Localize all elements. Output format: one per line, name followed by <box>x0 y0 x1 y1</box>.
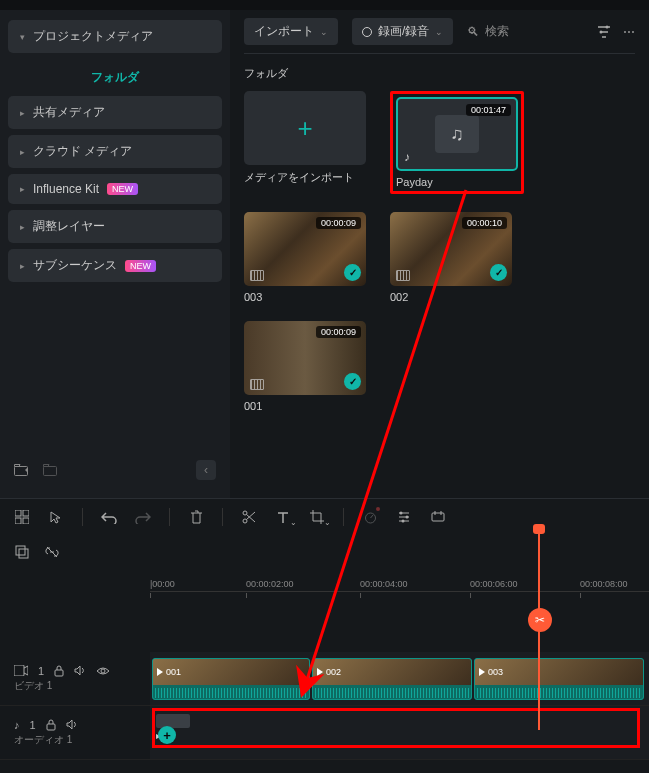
playhead-scissors-icon[interactable]: ✂ <box>528 608 552 632</box>
media-card-002[interactable]: 00:00:10 ✓ 002 <box>390 212 512 303</box>
svg-rect-14 <box>432 513 444 521</box>
sidebar-item-label: Influence Kit <box>33 182 99 196</box>
video-icon <box>396 270 410 281</box>
mute-icon[interactable] <box>66 719 78 730</box>
unlink-icon[interactable] <box>44 544 60 560</box>
audio-track-icon: ♪ <box>14 719 20 731</box>
sidebar-item-label: 共有メディア <box>33 104 105 121</box>
ruler-tick: 00:00:06:00 <box>470 579 518 589</box>
sidebar-item-cloud[interactable]: ▸ クラウド メディア <box>8 135 222 168</box>
media-card-payday[interactable]: 00:01:47 ♫ ♪ Payday <box>396 97 518 188</box>
svg-rect-7 <box>23 518 29 524</box>
sidebar-item-label: サブシーケンス <box>33 257 117 274</box>
play-icon <box>157 668 163 676</box>
search-box[interactable]: 🔍︎ 検索 <box>467 23 509 40</box>
svg-point-13 <box>402 519 405 522</box>
annotation-highlight <box>152 708 640 748</box>
grid-icon[interactable] <box>14 509 30 525</box>
lock-icon[interactable] <box>46 719 56 731</box>
track-number: 1 <box>38 665 44 677</box>
collapse-sidebar-button[interactable]: ‹ <box>196 460 216 480</box>
media-card-label: 003 <box>244 286 366 303</box>
duration-badge: 00:00:09 <box>316 326 361 338</box>
search-placeholder: 検索 <box>485 23 509 40</box>
import-card-label: メディアをインポート <box>244 165 366 185</box>
svg-rect-4 <box>15 510 21 516</box>
duration-badge: 00:01:47 <box>466 104 511 116</box>
media-panel: インポート ⌄ 録画/録音 ⌄ 🔍︎ 検索 ⋯ フォルダ + メディアをイン <box>230 10 649 498</box>
import-dropdown[interactable]: インポート ⌄ <box>244 18 338 45</box>
mute-icon[interactable] <box>74 665 86 676</box>
play-icon <box>317 668 323 676</box>
caret-down-icon: ▾ <box>20 32 25 42</box>
record-dropdown[interactable]: 録画/録音 ⌄ <box>352 18 453 45</box>
media-card-003[interactable]: 00:00:09 ✓ 003 <box>244 212 366 303</box>
new-folder-icon[interactable] <box>14 464 29 477</box>
svg-point-3 <box>600 30 603 33</box>
svg-rect-6 <box>15 518 21 524</box>
time-ruler[interactable]: |00:00 00:00:02:00 00:00:04:00 00:00:06:… <box>150 564 649 592</box>
import-card[interactable]: + メディアをインポート <box>244 91 366 194</box>
record-label: 録画/録音 <box>378 23 429 40</box>
lock-icon[interactable] <box>54 665 64 677</box>
svg-point-9 <box>243 519 247 523</box>
undo-icon[interactable] <box>101 509 117 525</box>
crop-icon[interactable]: ⌄ <box>309 509 325 525</box>
cursor-icon[interactable] <box>48 509 64 525</box>
new-badge: NEW <box>107 183 138 195</box>
plus-icon: + <box>297 113 312 144</box>
svg-point-8 <box>243 511 247 515</box>
media-card-label: 002 <box>390 286 512 303</box>
delete-icon[interactable] <box>188 509 204 525</box>
speed-icon[interactable] <box>362 509 378 525</box>
timeline-clip[interactable]: 001 <box>152 658 310 700</box>
sidebar-header-label: プロジェクトメディア <box>33 28 153 45</box>
adjust-icon[interactable] <box>396 509 412 525</box>
svg-point-19 <box>101 669 105 673</box>
sidebar-item-label: 調整レイヤー <box>33 218 105 235</box>
redo-icon[interactable] <box>135 509 151 525</box>
timeline-clip[interactable]: 002 <box>312 658 472 700</box>
search-icon: 🔍︎ <box>467 25 479 39</box>
ruler-tick: 00:00:08:00 <box>580 579 628 589</box>
svg-rect-1 <box>44 466 57 475</box>
media-card-001[interactable]: 00:00:09 ✓ 001 <box>244 321 366 412</box>
marker-icon[interactable] <box>430 509 446 525</box>
video-icon <box>250 270 264 281</box>
folder-icon[interactable] <box>43 464 58 477</box>
duration-badge: 00:00:10 <box>462 217 507 229</box>
check-icon: ✓ <box>344 373 361 390</box>
text-icon[interactable]: ⌄ <box>275 509 291 525</box>
media-card-label: 001 <box>244 395 366 412</box>
sidebar-item-adjust[interactable]: ▸ 調整レイヤー <box>8 210 222 243</box>
svg-rect-15 <box>16 546 25 555</box>
record-icon <box>362 27 372 37</box>
music-icon: ♪ <box>404 150 410 164</box>
sidebar-item-shared[interactable]: ▸ 共有メディア <box>8 96 222 129</box>
play-icon <box>479 668 485 676</box>
scissors-icon[interactable] <box>241 509 257 525</box>
sidebar-item-subseq[interactable]: ▸ サブシーケンス NEW <box>8 249 222 282</box>
more-icon[interactable]: ⋯ <box>623 25 635 39</box>
svg-rect-16 <box>19 549 28 558</box>
folder-tab[interactable]: フォルダ <box>8 59 222 96</box>
filter-icon[interactable] <box>597 25 611 39</box>
copy-icon[interactable] <box>14 544 30 560</box>
svg-rect-5 <box>23 510 29 516</box>
ruler-tick: 00:00:04:00 <box>360 579 408 589</box>
project-media-header[interactable]: ▾ プロジェクトメディア <box>8 20 222 53</box>
add-audio-button[interactable]: + <box>158 726 176 744</box>
timeline-clip[interactable]: 003 <box>474 658 644 700</box>
svg-point-11 <box>400 511 403 514</box>
timeline-toolbar: ⌄ ⌄ <box>0 498 649 534</box>
clip-name: 002 <box>326 667 341 677</box>
sidebar: ▾ プロジェクトメディア フォルダ ▸ 共有メディア ▸ クラウド メディア ▸… <box>0 10 230 498</box>
video-track: 1 ビデオ 1 001 002 003 <box>0 652 649 706</box>
svg-point-2 <box>606 25 609 28</box>
check-icon: ✓ <box>490 264 507 281</box>
sidebar-item-influence[interactable]: ▸ Influence Kit NEW <box>8 174 222 204</box>
eye-icon[interactable] <box>96 666 110 676</box>
caret-right-icon: ▸ <box>20 184 25 194</box>
check-icon: ✓ <box>344 264 361 281</box>
media-card-label: Payday <box>396 171 518 188</box>
